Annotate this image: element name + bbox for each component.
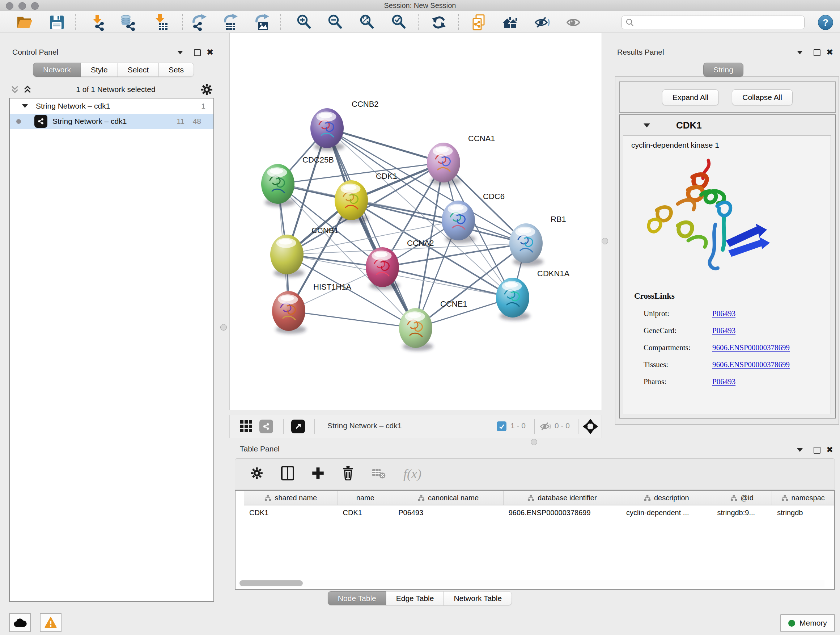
control-panel-float-icon[interactable]	[194, 49, 201, 56]
tab-node-table[interactable]: Node Table	[328, 591, 386, 605]
delete-table-icon[interactable]	[371, 467, 386, 481]
results-panel-menu-icon[interactable]	[797, 51, 803, 54]
import-table-icon[interactable]	[152, 14, 169, 31]
table-cell[interactable]: P06493	[393, 505, 503, 520]
column-header[interactable]: namespac	[772, 491, 834, 505]
entry-collapse-icon[interactable]	[644, 124, 650, 127]
open-session-icon[interactable]	[16, 14, 33, 31]
network-edge[interactable]	[327, 128, 444, 163]
show-all-icon[interactable]	[565, 14, 583, 31]
results-panel-float-icon[interactable]	[813, 49, 821, 56]
column-header[interactable]: canonical name	[393, 491, 503, 505]
right-splitter-handle[interactable]	[602, 238, 608, 244]
column-header[interactable]: database identifier	[504, 491, 621, 505]
function-builder-icon[interactable]: f(x)	[403, 466, 422, 481]
zoom-out-icon[interactable]	[326, 14, 344, 31]
window-close-button[interactable]	[6, 2, 13, 10]
left-splitter-handle[interactable]	[220, 324, 227, 331]
memory-button[interactable]: Memory	[780, 614, 835, 632]
window-minimize-button[interactable]	[19, 2, 26, 10]
tab-style[interactable]: Style	[81, 63, 118, 77]
search-input[interactable]	[634, 18, 795, 27]
network-canvas-svg[interactable]: CCNB2CCNA1CDC25BCDK1CDC6RB1CCNB1CCNA2CDK…	[230, 33, 602, 410]
network-node[interactable]: RB1	[509, 215, 566, 266]
table-cell[interactable]: CDK1	[338, 505, 393, 520]
crosslink-value-link[interactable]: P06493	[712, 309, 736, 318]
add-column-icon[interactable]	[311, 467, 325, 481]
crosslink-value-link[interactable]: 9606.ENSP00000378699	[712, 343, 790, 352]
network-node[interactable]: CDKN1A	[496, 269, 570, 320]
tab-string[interactable]: String	[703, 63, 744, 77]
table-cell[interactable]: stringdb	[772, 505, 834, 520]
table-horizontal-scrollbar[interactable]	[238, 580, 824, 587]
column-header[interactable]: shared name	[244, 491, 338, 505]
control-panel-menu-icon[interactable]	[177, 51, 183, 54]
table-cell[interactable]: cyclin-dependent ...	[621, 505, 712, 520]
results-entry-header[interactable]: CDK1	[620, 115, 835, 135]
column-header[interactable]: name	[338, 491, 393, 505]
expand-all-icon[interactable]	[24, 86, 32, 93]
column-header[interactable]: @id	[712, 491, 772, 505]
table-settings-gear-icon[interactable]	[250, 466, 264, 481]
collapse-all-button[interactable]: Collapse All	[732, 89, 793, 105]
control-panel-close-icon[interactable]: ✖	[207, 49, 213, 56]
network-view-canvas[interactable]: CCNB2CCNA1CDC25BCDK1CDC6RB1CCNB1CCNA2CDK…	[229, 33, 602, 410]
network-share-view-icon[interactable]	[259, 420, 273, 433]
tab-edge-table[interactable]: Edge Table	[386, 591, 444, 605]
selected-checkbox-icon[interactable]	[497, 421, 507, 431]
network-node[interactable]: CCNE1	[399, 299, 467, 351]
table-panel-float-icon[interactable]	[813, 447, 821, 454]
cloud-status-button[interactable]	[9, 613, 31, 632]
network-node[interactable]: CCNB2	[310, 100, 379, 151]
delete-column-trash-icon[interactable]	[342, 466, 354, 482]
column-header[interactable]: description	[621, 491, 712, 505]
show-columns-icon[interactable]	[281, 466, 294, 482]
network-row[interactable]: String Network – cdk1 11 48	[10, 114, 213, 129]
results-panel-close-icon[interactable]: ✖	[826, 49, 833, 56]
window-zoom-button[interactable]	[31, 2, 39, 10]
network-edge[interactable]	[289, 311, 416, 328]
copy-network-icon[interactable]	[470, 14, 487, 31]
network-node[interactable]: CCNA1	[427, 134, 495, 185]
table-panel-close-icon[interactable]: ✖	[826, 446, 833, 453]
bottom-splitter-handle[interactable]	[531, 439, 537, 445]
table-panel-menu-icon[interactable]	[797, 448, 803, 452]
table-cell[interactable]: 9606.ENSP00000378699	[504, 505, 621, 520]
hidden-eye-icon[interactable]	[539, 421, 552, 434]
scrollbar-thumb[interactable]	[240, 580, 303, 586]
table-cell[interactable]: stringdb:9...	[712, 505, 772, 520]
hide-selected-icon[interactable]	[534, 14, 551, 31]
birds-eye-crosshair-icon[interactable]	[583, 419, 598, 435]
export-network-icon[interactable]	[190, 14, 208, 31]
network-collection-row[interactable]: String Network – cdk1 1	[10, 98, 213, 114]
zoom-selected-icon[interactable]	[390, 14, 407, 31]
crosslink-value-link[interactable]: 9606.ENSP00000378699	[712, 360, 790, 369]
help-button[interactable]: ?	[818, 15, 833, 30]
network-options-gear-icon[interactable]	[200, 83, 213, 96]
open-view-in-window-icon[interactable]	[291, 420, 305, 433]
export-image-icon[interactable]	[253, 14, 271, 31]
network-node[interactable]: HIST1H1A	[272, 282, 351, 334]
network-edge[interactable]	[382, 267, 513, 298]
refresh-layout-icon[interactable]	[430, 14, 447, 31]
crosslink-value-link[interactable]: P06493	[712, 326, 736, 335]
expand-all-button[interactable]: Expand All	[662, 89, 719, 105]
search-field[interactable]	[622, 16, 805, 29]
network-node[interactable]: CCNB1	[270, 226, 339, 277]
import-network-from-database-icon[interactable]	[120, 14, 137, 31]
crosslink-value-link[interactable]: P06493	[712, 377, 736, 386]
export-table-icon[interactable]	[222, 14, 239, 31]
network-edge[interactable]	[327, 128, 416, 328]
warnings-button[interactable]	[40, 613, 62, 632]
tab-sets[interactable]: Sets	[158, 63, 194, 77]
table-cell[interactable]: CDK1	[244, 505, 338, 520]
tab-select[interactable]: Select	[118, 63, 159, 77]
collapse-all-icon[interactable]	[11, 86, 19, 93]
home-icon[interactable]	[502, 14, 519, 31]
zoom-in-icon[interactable]	[295, 14, 313, 31]
collection-expander-icon[interactable]	[22, 104, 28, 108]
save-session-icon[interactable]	[48, 14, 65, 31]
tab-network[interactable]: Network	[33, 63, 81, 77]
table-row[interactable]: CDK1CDK1P064939606.ENSP00000378699cyclin…	[244, 505, 834, 520]
zoom-fit-icon[interactable]	[358, 14, 376, 31]
